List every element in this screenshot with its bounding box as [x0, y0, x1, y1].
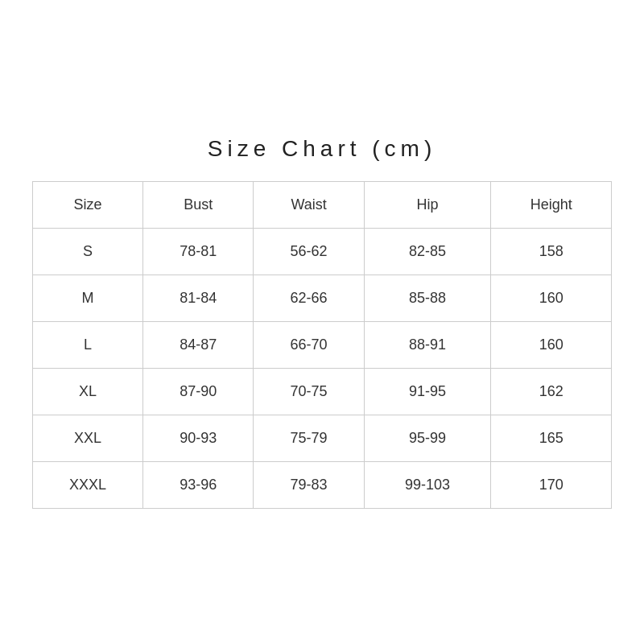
size-chart-container: Size Chart (cm) Size Bust Waist Hip Heig… — [16, 120, 628, 525]
height-cell: 165 — [491, 415, 612, 461]
waist-cell: 66-70 — [254, 321, 364, 368]
size-cell: XXXL — [33, 461, 143, 508]
waist-cell: 75-79 — [254, 415, 364, 461]
size-cell: M — [33, 275, 143, 321]
bust-cell: 78-81 — [143, 228, 254, 275]
hip-cell: 85-88 — [364, 275, 491, 321]
height-cell: 160 — [491, 321, 612, 368]
col-header-hip: Hip — [364, 181, 491, 228]
waist-cell: 56-62 — [254, 228, 364, 275]
height-cell: 160 — [491, 275, 612, 321]
size-chart-table: Size Bust Waist Hip Height S78-8156-6282… — [32, 181, 612, 509]
waist-cell: 62-66 — [254, 275, 364, 321]
waist-cell: 70-75 — [254, 368, 364, 415]
size-cell: XXL — [33, 415, 143, 461]
bust-cell: 93-96 — [143, 461, 254, 508]
table-row: L84-8766-7088-91160 — [33, 321, 612, 368]
bust-cell: 84-87 — [143, 321, 254, 368]
table-row: XXXL93-9679-8399-103170 — [33, 461, 612, 508]
size-cell: S — [33, 228, 143, 275]
height-cell: 158 — [491, 228, 612, 275]
table-row: M81-8462-6685-88160 — [33, 275, 612, 321]
hip-cell: 82-85 — [364, 228, 491, 275]
height-cell: 162 — [491, 368, 612, 415]
bust-cell: 81-84 — [143, 275, 254, 321]
table-row: S78-8156-6282-85158 — [33, 228, 612, 275]
hip-cell: 88-91 — [364, 321, 491, 368]
hip-cell: 99-103 — [364, 461, 491, 508]
col-header-bust: Bust — [143, 181, 254, 228]
table-header-row: Size Bust Waist Hip Height — [33, 181, 612, 228]
bust-cell: 90-93 — [143, 415, 254, 461]
size-cell: L — [33, 321, 143, 368]
col-header-size: Size — [33, 181, 143, 228]
height-cell: 170 — [491, 461, 612, 508]
waist-cell: 79-83 — [254, 461, 364, 508]
table-row: XXL90-9375-7995-99165 — [33, 415, 612, 461]
col-header-height: Height — [491, 181, 612, 228]
hip-cell: 91-95 — [364, 368, 491, 415]
size-cell: XL — [33, 368, 143, 415]
page-title: Size Chart (cm) — [32, 136, 612, 162]
bust-cell: 87-90 — [143, 368, 254, 415]
table-row: XL87-9070-7591-95162 — [33, 368, 612, 415]
col-header-waist: Waist — [254, 181, 364, 228]
hip-cell: 95-99 — [364, 415, 491, 461]
